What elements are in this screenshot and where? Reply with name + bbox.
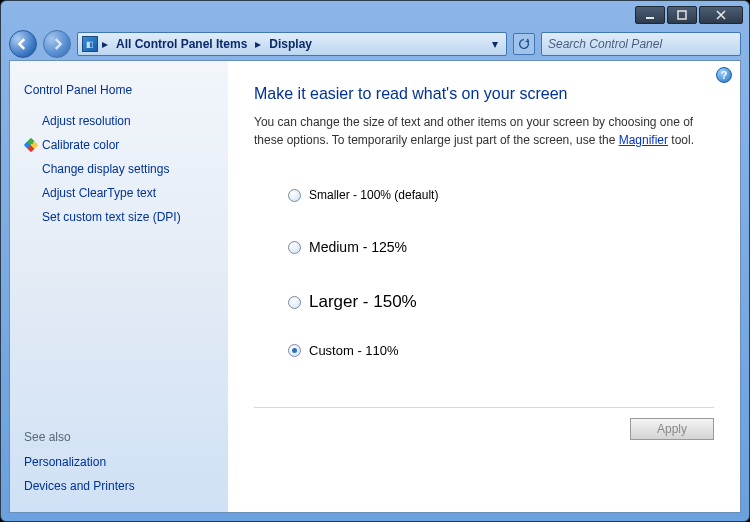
back-arrow-icon (17, 38, 29, 50)
desc-text-suffix: tool. (668, 133, 694, 147)
option-custom-110[interactable]: Custom - 110% (288, 329, 714, 371)
option-label: Medium - 125% (309, 239, 407, 255)
titlebar (1, 1, 749, 28)
radio-icon (288, 241, 301, 254)
option-medium-125[interactable]: Medium - 125% (288, 219, 714, 275)
option-label: Smaller - 100% (default) (309, 188, 438, 202)
search-input[interactable]: Search Control Panel (541, 32, 741, 56)
close-button[interactable] (699, 6, 743, 24)
maximize-button[interactable] (667, 6, 697, 24)
breadcrumb-separator: ▸ (255, 37, 261, 51)
radio-icon (288, 344, 301, 357)
option-label: Larger - 150% (309, 292, 417, 312)
sidebar: Control Panel Home Adjust resolution Cal… (10, 61, 228, 512)
page-title: Make it easier to read what's on your sc… (254, 85, 714, 103)
task-calibrate-color[interactable]: Calibrate color (24, 133, 214, 157)
minimize-icon (645, 10, 655, 20)
breadcrumb-all-items[interactable]: All Control Panel Items (112, 37, 251, 51)
task-adjust-cleartype[interactable]: Adjust ClearType text (24, 181, 214, 205)
minimize-button[interactable] (635, 6, 665, 24)
divider (254, 407, 714, 408)
back-button[interactable] (9, 30, 37, 58)
breadcrumb-separator: ▸ (102, 37, 108, 51)
main-panel: Make it easier to read what's on your sc… (228, 61, 740, 512)
task-adjust-resolution[interactable]: Adjust resolution (24, 109, 214, 133)
magnifier-link[interactable]: Magnifier (619, 133, 668, 147)
radio-icon (288, 189, 301, 202)
navbar: ◧ ▸ All Control Panel Items ▸ Display ▾ … (1, 28, 749, 60)
control-panel-icon: ◧ (82, 36, 98, 52)
refresh-button[interactable] (513, 33, 535, 55)
refresh-icon (517, 37, 531, 51)
breadcrumb-display[interactable]: Display (265, 37, 316, 51)
option-smaller-100[interactable]: Smaller - 100% (default) (288, 171, 714, 219)
task-list: Adjust resolution Calibrate color Change… (24, 109, 214, 229)
task-set-custom-text-size[interactable]: Set custom text size (DPI) (24, 205, 214, 229)
option-label: Custom - 110% (309, 343, 399, 358)
maximize-icon (677, 10, 687, 20)
svg-rect-0 (646, 17, 654, 19)
address-bar[interactable]: ◧ ▸ All Control Panel Items ▸ Display ▾ (77, 32, 507, 56)
see-also-personalization[interactable]: Personalization (24, 450, 214, 474)
radio-icon (288, 296, 301, 309)
see-also-section: See also Personalization Devices and Pri… (24, 384, 214, 498)
control-panel-window: ◧ ▸ All Control Panel Items ▸ Display ▾ … (0, 0, 750, 522)
task-change-display-settings[interactable]: Change display settings (24, 157, 214, 181)
close-icon (716, 10, 726, 20)
control-panel-home-link[interactable]: Control Panel Home (24, 79, 214, 109)
breadcrumb-dropdown-icon[interactable]: ▾ (488, 37, 502, 51)
size-options: Smaller - 100% (default) Medium - 125% L… (288, 171, 714, 371)
forward-arrow-icon (51, 38, 63, 50)
apply-button[interactable]: Apply (630, 418, 714, 440)
content-area: ? Control Panel Home Adjust resolution C… (9, 60, 741, 513)
option-larger-150[interactable]: Larger - 150% (288, 275, 714, 329)
see-also-devices-printers[interactable]: Devices and Printers (24, 474, 214, 498)
page-description: You can change the size of text and othe… (254, 113, 714, 149)
forward-button[interactable] (43, 30, 71, 58)
svg-rect-1 (678, 11, 686, 19)
search-placeholder: Search Control Panel (548, 37, 662, 51)
see-also-title: See also (24, 424, 214, 450)
